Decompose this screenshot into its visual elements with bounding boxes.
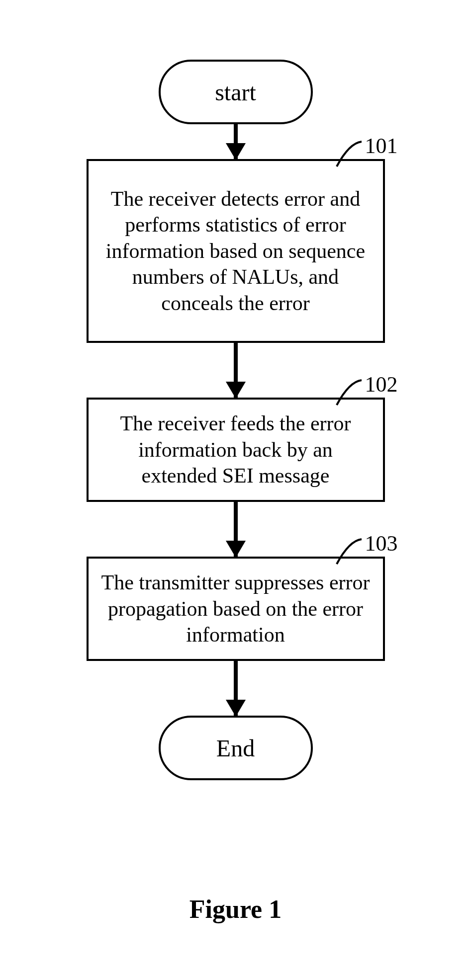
arrow-start-to-101 [234, 124, 238, 159]
end-label: End [216, 735, 255, 762]
ref-label-103: 103 [365, 530, 398, 557]
flowchart: start 101 The receiver detects error and… [87, 60, 385, 780]
ref-tick-icon [335, 379, 363, 407]
ref-tick-icon [335, 538, 363, 566]
ref-label-102: 102 [365, 371, 398, 398]
figure-caption: Figure 1 [189, 895, 282, 924]
process-step-103: 103 The transmitter suppresses error pro… [87, 557, 385, 661]
ref-tick-icon [335, 140, 363, 168]
terminal-start: start [159, 60, 313, 124]
ref-label-101: 101 [365, 132, 398, 160]
process-step-102: 102 The receiver feeds the error informa… [87, 398, 385, 502]
process-text: The receiver feeds the error information… [100, 410, 371, 489]
arrow-103-to-end [234, 661, 238, 716]
terminal-end: End [159, 716, 313, 780]
arrow-101-to-102 [234, 343, 238, 398]
process-text: The transmitter suppresses error propaga… [100, 570, 371, 648]
arrow-102-to-103 [234, 502, 238, 557]
process-text: The receiver detects error and performs … [100, 186, 371, 317]
process-step-101: 101 The receiver detects error and perfo… [87, 159, 385, 343]
start-label: start [215, 79, 256, 106]
